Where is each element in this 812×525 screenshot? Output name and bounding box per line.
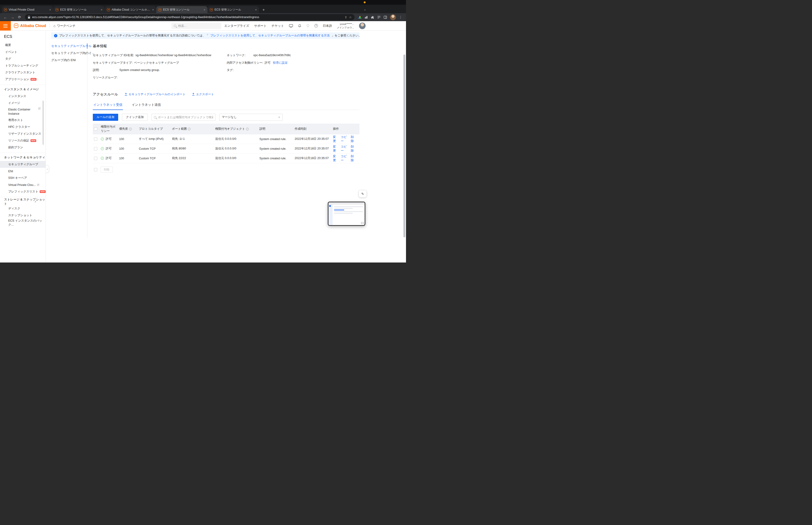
merge-select[interactable]: マージなし ∨ xyxy=(219,114,282,121)
notifications-bell-icon[interactable] xyxy=(298,24,302,28)
sidebar-item-cloud-assistant[interactable]: クラウドアシスタント xyxy=(0,69,46,76)
side-panel-icon[interactable] xyxy=(384,16,387,19)
sidebar-item-overview[interactable]: 概要 xyxy=(0,42,46,49)
change-link[interactable]: 変更 xyxy=(333,135,337,143)
new-tab-button[interactable]: + xyxy=(261,6,267,13)
tab-intranet-ingress[interactable]: イントラネット受信 xyxy=(93,103,123,110)
tab-close-icon[interactable]: × xyxy=(101,8,103,12)
subnav-item-eni-in-group[interactable]: グループ内の ENI xyxy=(51,57,87,64)
browser-tab[interactable]: ECS 管理コンソール × xyxy=(208,6,259,13)
account-info[interactable]: yusuk******... メインアカウ... xyxy=(337,22,354,29)
browser-tab[interactable]: Alibaba Cloud コンソールホーム × xyxy=(105,6,156,13)
workbench-link[interactable]: ⌂ ワークベンチ xyxy=(53,24,76,28)
sidebar-section-network-security[interactable]: ネットワーク & セキュリティ ∧ xyxy=(0,154,46,161)
sidebar-section-storage-snapshots[interactable]: ストレージ & スナップショット ∧ xyxy=(0,198,46,205)
sidebar-item-instances[interactable]: インスタンス xyxy=(0,93,46,100)
browser-menu-icon[interactable]: ⋮ xyxy=(399,15,402,19)
subnav-item-security-group-rules[interactable]: セキュリティグループルール xyxy=(51,43,87,49)
rules-search-input[interactable] xyxy=(158,116,213,119)
copy-link[interactable]: コピー xyxy=(341,135,347,143)
info-icon[interactable]: i xyxy=(188,127,190,131)
tab-close-icon[interactable]: × xyxy=(49,8,51,12)
subnav-item-instances-in-group[interactable]: セキュリティグループ内のイ... xyxy=(51,49,87,57)
sidebar-item-hpc-clusters[interactable]: HPC クラスター xyxy=(0,124,46,131)
console-terminal-icon[interactable] xyxy=(289,24,293,28)
stats-extension-icon[interactable] xyxy=(365,16,368,19)
forward-icon[interactable]: → xyxy=(10,15,16,19)
alibaba-cloud-logo[interactable]: Alibaba Cloud xyxy=(14,24,46,28)
back-icon[interactable]: ← xyxy=(2,15,9,19)
set-deny-link[interactable]: 拒否に設定 xyxy=(273,61,288,65)
sidebar-item-disks[interactable]: ディスク xyxy=(0,205,46,212)
lightbulb-icon[interactable] xyxy=(306,24,309,28)
console-search-input[interactable] xyxy=(178,24,219,28)
sidebar-item-troubleshooting[interactable]: トラブルシューティング xyxy=(0,62,46,69)
change-link[interactable]: 変更 xyxy=(333,154,337,162)
console-search[interactable] xyxy=(171,23,221,29)
delete-link[interactable]: 削除 xyxy=(351,135,355,143)
topnav-link-support[interactable]: サポート xyxy=(254,24,267,28)
quick-add-button[interactable]: クイック追加 xyxy=(122,114,148,121)
footer-checkbox[interactable] xyxy=(94,168,97,171)
change-link[interactable]: 変更 xyxy=(333,145,337,153)
language-selector[interactable]: 日本語 xyxy=(323,24,332,28)
sidebar-item-tags[interactable]: タグ xyxy=(0,56,46,62)
reload-icon[interactable]: ⟳ xyxy=(16,15,22,19)
drive-extension-icon[interactable] xyxy=(358,16,362,18)
sidebar-item-applications[interactable]: アプリケーション NEW xyxy=(0,76,46,83)
page-scrollbar-thumb[interactable] xyxy=(403,55,405,237)
sidebar-item-security-groups[interactable]: セキュリティグループ xyxy=(0,161,46,168)
hamburger-menu-icon[interactable] xyxy=(0,21,11,31)
rules-search[interactable] xyxy=(152,114,215,121)
tab-close-icon[interactable]: × xyxy=(152,8,154,12)
row-checkbox[interactable] xyxy=(94,157,97,160)
delete-link[interactable]: 削除 xyxy=(351,145,355,153)
sidebar-item-ecs-backup[interactable]: ECS インスタンスのバック... xyxy=(0,219,46,227)
sidebar-item-vpc[interactable]: Virtual Private Clou... xyxy=(0,181,46,188)
reading-list-icon[interactable] xyxy=(377,16,381,19)
sidebar-item-events[interactable]: イベント xyxy=(0,49,46,56)
topnav-link-enterprise[interactable]: エンタープライズ xyxy=(224,24,249,28)
copy-link[interactable]: コピー xyxy=(341,145,347,153)
help-icon[interactable]: ? xyxy=(315,24,318,28)
sidebar-item-snapshots[interactable]: スナップショット xyxy=(0,212,46,219)
sidebar-item-capacity-reservation[interactable]: リソースの保証 NEW xyxy=(0,137,46,144)
address-bar[interactable]: ecs.console.aliyun.com/?spm=5176.1281809… xyxy=(25,14,354,20)
tab-close-icon[interactable]: × xyxy=(203,8,205,12)
pip-window[interactable] xyxy=(328,201,365,226)
puzzle-extensions-icon[interactable] xyxy=(371,15,374,19)
sidebar-item-elastic-container-instance[interactable]: Elastic Container Instance xyxy=(0,106,46,117)
bulk-delete-button[interactable]: 削除 xyxy=(101,167,113,173)
browser-profile-avatar[interactable] xyxy=(390,14,396,20)
banner-link[interactable]: プレフィックスリストを使用して、セキュリティグループルールの管理を簡素化する方法 xyxy=(210,34,330,38)
account-avatar[interactable] xyxy=(359,22,366,29)
sidebar-item-ssh-keypairs[interactable]: SSH キーペア xyxy=(0,175,46,181)
topnav-link-tickets[interactable]: チケット xyxy=(272,24,284,28)
sidebar-item-reserved-instances[interactable]: リザーブドインスタンス xyxy=(0,131,46,137)
sidebar-item-dedicated-hosts[interactable]: 専用ホスト xyxy=(0,117,46,124)
add-rule-button[interactable]: ルールの追加 xyxy=(93,114,118,121)
browser-tab[interactable]: Virtual Private Cloud × xyxy=(2,6,53,13)
row-checkbox[interactable] xyxy=(94,137,97,141)
feedback-pencil-button[interactable]: ✎ xyxy=(359,190,367,197)
sidebar-scrollbar-thumb[interactable] xyxy=(43,101,44,145)
sidebar-item-prefix-lists[interactable]: プレフィックスリスト NEW xyxy=(0,188,46,195)
pip-resize-handle[interactable] xyxy=(361,222,364,224)
info-icon[interactable]: i xyxy=(246,127,249,131)
tab-search-chevron-icon[interactable]: ⌄ xyxy=(364,8,366,11)
row-checkbox[interactable] xyxy=(94,147,97,150)
import-rules-link[interactable]: セキュリティグループルールのインポート xyxy=(124,92,185,96)
browser-tab[interactable]: ECS 管理コンソール × xyxy=(53,6,105,13)
sidebar-collapse-handle[interactable]: ‹ xyxy=(46,165,49,173)
info-icon[interactable]: i xyxy=(129,127,132,131)
sidebar-item-images[interactable]: イメージ xyxy=(0,100,46,106)
tab-intranet-egress[interactable]: イントラネット送信 xyxy=(131,103,162,110)
sidebar-item-savings-plans[interactable]: 節約プラン xyxy=(0,144,46,151)
copy-link[interactable]: コピー xyxy=(341,154,347,162)
sidebar-item-eni[interactable]: ENI xyxy=(0,168,46,175)
browser-tab-active[interactable]: ECS 管理コンソール × xyxy=(156,6,208,13)
sidebar-section-instances-images[interactable]: インスタンス & イメージ ∧ xyxy=(0,86,46,93)
export-link[interactable]: エクスポート xyxy=(192,92,214,96)
share-icon[interactable]: ⇧ xyxy=(344,15,347,19)
tab-close-icon[interactable]: × xyxy=(255,8,257,12)
